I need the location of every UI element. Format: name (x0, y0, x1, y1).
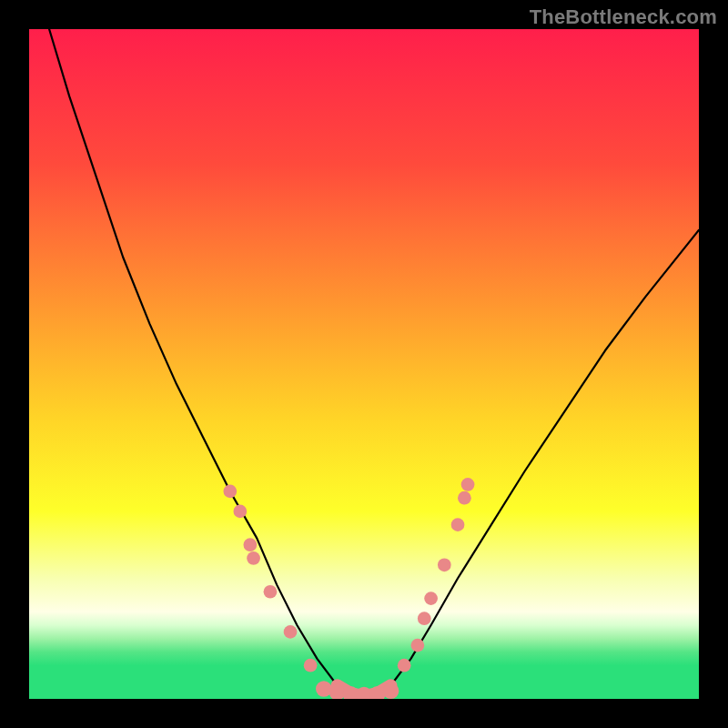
data-point (411, 639, 425, 652)
data-point (316, 681, 332, 697)
chart-stage: TheBottleneck.com (0, 0, 728, 728)
plot-area (29, 29, 699, 699)
data-point (451, 518, 465, 531)
data-point (438, 558, 451, 571)
data-point (244, 538, 258, 551)
data-point (418, 612, 431, 625)
data-point (424, 592, 438, 605)
data-point (233, 505, 247, 519)
data-point (264, 585, 278, 599)
data-point (304, 659, 318, 672)
data-point (247, 551, 260, 565)
data-point (284, 625, 298, 639)
data-point (458, 491, 471, 505)
watermark-text: TheBottleneck.com (530, 5, 717, 29)
data-point (383, 682, 399, 699)
chart-curves (29, 29, 699, 699)
data-point (398, 659, 411, 672)
data-point (223, 484, 237, 498)
data-point (461, 478, 475, 491)
